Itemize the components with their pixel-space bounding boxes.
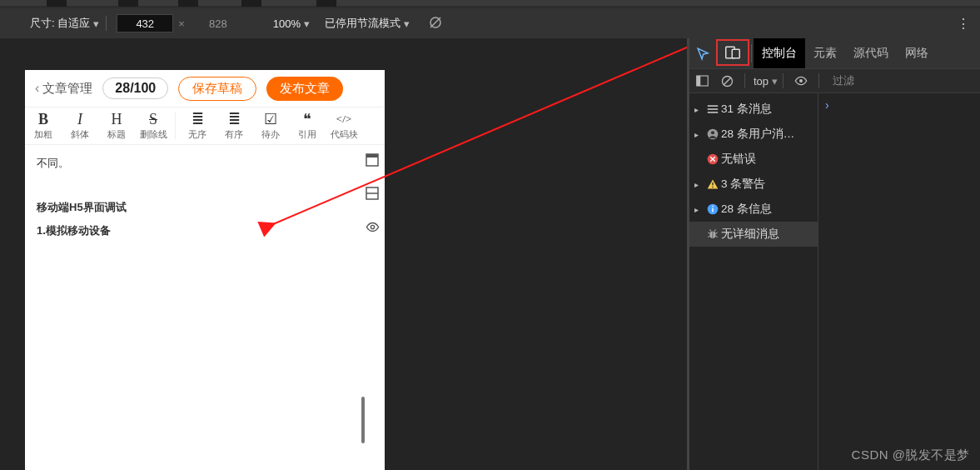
- console-output[interactable]: ›: [818, 93, 980, 470]
- tab-strip: [0, 0, 980, 8]
- heading-button[interactable]: H标题: [98, 108, 135, 144]
- svg-rect-24: [712, 208, 713, 212]
- tab-stub: [47, 0, 67, 7]
- tab-stub: [118, 0, 138, 7]
- svg-line-13: [724, 78, 731, 85]
- size-label[interactable]: 尺寸: 自适应: [30, 16, 90, 31]
- toggle-device-icon[interactable]: [716, 39, 749, 66]
- more-icon[interactable]: ⋮: [957, 16, 970, 32]
- tab-stub: [241, 0, 261, 7]
- bold-button[interactable]: B加粗: [25, 108, 62, 144]
- strike-button[interactable]: S删除线: [135, 108, 172, 144]
- svg-point-14: [799, 79, 803, 82]
- inspect-icon[interactable]: [689, 38, 716, 68]
- chevron-down-icon[interactable]: ▾: [93, 18, 99, 30]
- editor-header: ‹ 文章管理 28/100 保存草稿 发布文章: [25, 70, 385, 107]
- console-filter-info[interactable]: ▸28 条信息: [689, 197, 818, 222]
- sidebar-toggle-icon[interactable]: [689, 75, 714, 87]
- editor-content[interactable]: 不同。 移动端H5界面调试 1.模拟移动设备: [25, 145, 385, 250]
- back-label: 文章管理: [42, 81, 92, 97]
- content-line: 移动端H5界面调试: [37, 198, 373, 218]
- svg-rect-21: [712, 182, 713, 186]
- console-filter-warn[interactable]: ▸3 条警告: [689, 172, 818, 197]
- watermark: CSDN @脱发不是梦: [852, 448, 970, 463]
- chevron-down-icon[interactable]: ▾: [772, 75, 778, 88]
- resize-handle[interactable]: [361, 397, 365, 443]
- save-draft-button[interactable]: 保存草稿: [178, 77, 256, 101]
- console-filter-list[interactable]: ▸31 条消息: [689, 97, 818, 122]
- chevron-down-icon[interactable]: ▾: [304, 18, 310, 30]
- code-button[interactable]: </>代码块: [326, 108, 362, 144]
- console-filter-err[interactable]: 无错误: [689, 147, 818, 172]
- tab-elements[interactable]: 元素: [805, 38, 845, 68]
- svg-rect-25: [712, 206, 713, 207]
- content-line: 1.模拟移动设备: [37, 221, 373, 242]
- console-sidebar: ▸31 条消息▸28 条用户消…无错误▸3 条警告▸28 条信息无详细消息: [689, 93, 818, 470]
- layout-split-icon[interactable]: [366, 183, 380, 208]
- publish-button[interactable]: 发布文章: [266, 77, 343, 101]
- context-selector[interactable]: top: [750, 75, 772, 88]
- char-count: 28/100: [102, 78, 168, 99]
- device-toolbar: 尺寸: 自适应 ▾ × 100% ▾ 已停用节流模式 ▾ ⋮: [0, 8, 980, 38]
- separator: [175, 112, 176, 139]
- tab-stub: [316, 0, 336, 7]
- svg-rect-3: [366, 154, 378, 158]
- console-filter-user[interactable]: ▸28 条用户消…: [689, 122, 818, 147]
- unordered-list-button[interactable]: ≣无序: [179, 108, 216, 144]
- devtools-tabs: 控制台 元素 源代码 网络: [689, 38, 980, 68]
- viewport-pane: ‹ 文章管理 28/100 保存草稿 发布文章 B加粗 I斜体 H标题 S删除线…: [0, 38, 687, 470]
- svg-rect-11: [696, 76, 700, 86]
- width-input[interactable]: [117, 14, 173, 32]
- svg-point-6: [371, 225, 374, 228]
- console-filter-bug[interactable]: 无详细消息: [689, 222, 818, 247]
- content-line: 不同。: [37, 153, 373, 174]
- devtools-panel: 控制台 元素 源代码 网络 top ▾ 过滤 ▸31 条消息▸28 条用户消…无…: [687, 38, 980, 470]
- back-button[interactable]: ‹ 文章管理: [35, 81, 92, 97]
- italic-button[interactable]: I斜体: [62, 108, 98, 144]
- svg-rect-9: [732, 49, 739, 58]
- quote-button[interactable]: ❝引用: [289, 108, 326, 144]
- chevron-down-icon[interactable]: ▾: [404, 18, 410, 30]
- svg-point-19: [711, 131, 714, 134]
- tab-network[interactable]: 网络: [897, 38, 937, 68]
- todo-button[interactable]: ☑待办: [252, 108, 289, 144]
- layout-top-icon[interactable]: [366, 150, 380, 175]
- separator: [106, 16, 107, 31]
- filter-input[interactable]: 过滤: [833, 73, 854, 88]
- svg-rect-22: [712, 187, 713, 188]
- eye-icon[interactable]: [366, 218, 380, 242]
- zoom-label[interactable]: 100%: [273, 18, 301, 30]
- console-prompt: ›: [825, 98, 829, 112]
- orientation-icon[interactable]: [428, 15, 443, 32]
- height-input[interactable]: [190, 14, 246, 32]
- tab-console[interactable]: 控制台: [754, 38, 805, 68]
- chevron-left-icon: ‹: [35, 81, 39, 96]
- times-icon: ×: [178, 18, 185, 30]
- format-toolbar: B加粗 I斜体 H标题 S删除线 ≣无序 ≣有序 ☑待办 ❝引用 </>代码块: [25, 107, 385, 145]
- tab-stub: [178, 0, 198, 7]
- clear-icon[interactable]: [714, 75, 739, 88]
- ordered-list-button[interactable]: ≣有序: [216, 108, 252, 144]
- eye-icon[interactable]: [788, 74, 813, 88]
- console-filter-row: top ▾ 过滤: [689, 68, 980, 93]
- throttle-label[interactable]: 已停用节流模式: [325, 16, 400, 31]
- device-frame: ‹ 文章管理 28/100 保存草稿 发布文章 B加粗 I斜体 H标题 S删除线…: [25, 70, 385, 470]
- tab-sources[interactable]: 源代码: [845, 38, 897, 68]
